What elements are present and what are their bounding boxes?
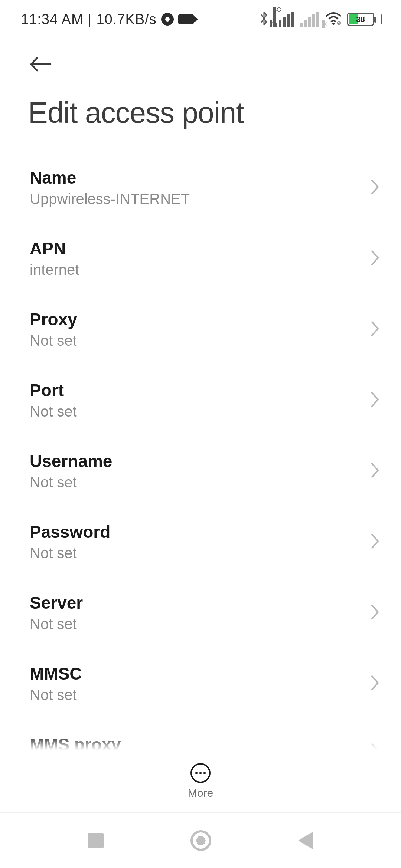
chevron-right-icon (371, 391, 380, 409)
system-nav-bar (0, 813, 401, 868)
item-label: Username (30, 451, 365, 471)
back-button[interactable] (28, 55, 53, 75)
item-mmsc[interactable]: MMSC Not set (0, 648, 401, 719)
item-value: Not set (30, 687, 365, 703)
settings-list: Name Uppwireless-INTERNET APN internet P… (0, 152, 401, 783)
signal-sim2-icon: ✕ (300, 12, 320, 27)
status-time: 11:34 AM (21, 11, 84, 27)
item-label: Password (30, 522, 365, 542)
item-label: APN (30, 239, 365, 259)
status-bar: 11:34 AM | 10.7KB/s 4G ▾ ✕ 38 𐌠 (0, 0, 401, 39)
chevron-right-icon (371, 179, 380, 197)
item-label: Port (30, 380, 365, 400)
signal-sim1-icon: 4G ▾ (275, 12, 295, 27)
item-label: Server (30, 593, 365, 613)
item-value: Not set (30, 332, 365, 349)
item-value: Not set (30, 545, 365, 562)
more-label: More (188, 787, 213, 799)
bottom-action-bar: More (0, 750, 401, 813)
wifi-icon (325, 12, 342, 27)
nav-home-button[interactable] (190, 830, 211, 851)
item-label: Name (30, 168, 365, 188)
video-camera-icon (178, 14, 194, 24)
item-value: internet (30, 262, 365, 278)
page-title: Edit access point (28, 96, 244, 130)
item-port[interactable]: Port Not set (0, 365, 401, 435)
status-separator: | (88, 11, 92, 27)
battery-icon: 38 (347, 13, 374, 26)
chevron-right-icon (371, 250, 380, 267)
status-net-speed: 10.7KB/s (96, 11, 156, 27)
item-apn[interactable]: APN internet (0, 223, 401, 294)
charging-icon: 𐌠 (379, 12, 383, 27)
chevron-right-icon (371, 533, 380, 551)
chevron-right-icon (371, 604, 380, 622)
more-button[interactable] (190, 763, 211, 783)
item-name[interactable]: Name Uppwireless-INTERNET (0, 152, 401, 223)
nav-recents-button[interactable] (88, 833, 104, 848)
svg-point-0 (332, 23, 335, 25)
item-label: MMSC (30, 664, 365, 684)
chevron-right-icon (371, 320, 380, 338)
item-value: Not set (30, 403, 365, 420)
item-username[interactable]: Username Not set (0, 435, 401, 506)
item-value: Uppwireless-INTERNET (30, 191, 365, 207)
item-value: Not set (30, 616, 365, 632)
item-password[interactable]: Password Not set (0, 506, 401, 577)
bluetooth-icon (258, 11, 270, 27)
item-label: Proxy (30, 309, 365, 329)
chevron-right-icon (371, 462, 380, 480)
item-value: Not set (30, 474, 365, 491)
settings-icon (161, 13, 174, 26)
item-proxy[interactable]: Proxy Not set (0, 294, 401, 365)
chevron-right-icon (371, 675, 380, 693)
nav-back-button[interactable] (298, 832, 313, 849)
item-server[interactable]: Server Not set (0, 577, 401, 648)
